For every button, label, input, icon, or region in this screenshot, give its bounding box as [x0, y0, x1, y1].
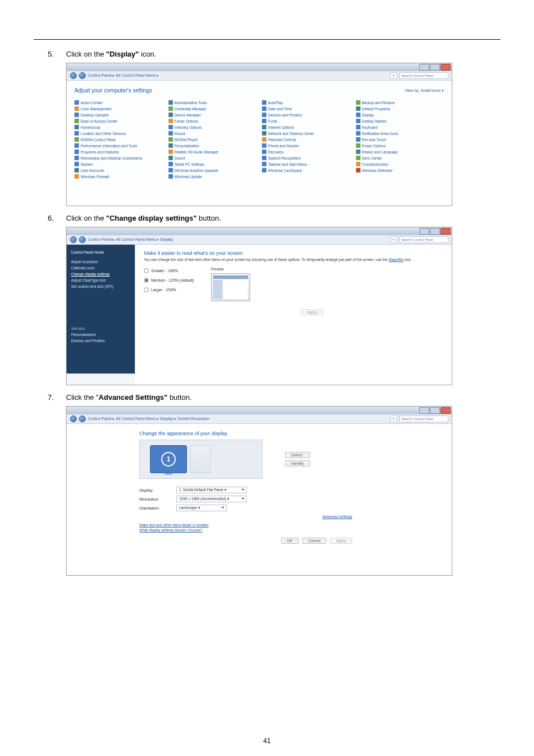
cp-item[interactable]: Windows Firewall	[74, 174, 163, 179]
cp-item[interactable]: NVIDIA PhysX	[168, 137, 257, 142]
cp-item[interactable]: Windows Update	[168, 174, 257, 179]
cp-item[interactable]: Keyboard	[356, 125, 444, 129]
cp-item[interactable]: HomeGroup	[74, 125, 163, 129]
cp-item[interactable]: Sound	[168, 156, 257, 160]
magnifier-link[interactable]: Magnifier	[388, 258, 404, 262]
nav-fwd-icon[interactable]	[79, 416, 86, 422]
minimize-icon[interactable]	[419, 228, 429, 235]
nav-fwd-icon[interactable]	[79, 236, 86, 243]
cp-item[interactable]: Getting Started	[356, 119, 444, 123]
cp-item[interactable]: Power Options	[356, 143, 444, 148]
sidebar-item-calibrate-color[interactable]: Calibrate color	[71, 265, 130, 271]
nav-back-icon[interactable]	[70, 236, 77, 243]
radio-medium[interactable]: Medium - 125% (default)	[144, 278, 194, 283]
resolution-select[interactable]: 1920 × 1080 (recommended) ▾	[176, 496, 247, 502]
monitor-1[interactable]: 1	[150, 445, 187, 473]
cp-item[interactable]: Backup and Restore	[356, 100, 444, 105]
sidebar-item-custom-text-size[interactable]: Set custom text size (DPI)	[71, 283, 130, 290]
cp-item[interactable]: Ease of Access Center	[74, 119, 163, 123]
cp-item[interactable]: Network and Sharing Center	[262, 131, 350, 136]
view-by-dropdown[interactable]: View by: Small icons ▾	[405, 88, 444, 93]
nav-back-icon[interactable]	[70, 72, 77, 79]
cp-item[interactable]: Phone and Modem	[262, 143, 350, 148]
cp-item[interactable]: Pen and Touch	[356, 137, 444, 142]
maximize-icon[interactable]	[430, 228, 440, 235]
minimize-icon[interactable]	[419, 407, 429, 414]
cancel-button[interactable]: Cancel	[302, 538, 327, 544]
sidebar-item-adjust-resolution[interactable]: Adjust resolution	[71, 259, 130, 265]
cp-item[interactable]: Display	[356, 113, 444, 117]
cp-item[interactable]: AutoPlay	[262, 100, 350, 105]
minimize-icon[interactable]	[419, 64, 429, 71]
radio-smaller[interactable]: Smaller - 100%	[144, 268, 194, 273]
cp-item[interactable]: Fonts	[262, 119, 350, 123]
cp-item[interactable]: Folder Options	[168, 119, 257, 123]
link-help[interactable]: What display settings should I choose?	[139, 528, 442, 532]
cp-item[interactable]: Indexing Options	[168, 125, 257, 129]
refresh-button[interactable]: ↻	[390, 416, 397, 422]
sidebar-item-devices-printers[interactable]: Devices and Printers	[71, 338, 130, 344]
search-input[interactable]: Search Control Panel	[399, 72, 448, 79]
close-icon[interactable]	[441, 64, 451, 71]
monitor-2[interactable]	[190, 445, 210, 473]
cp-item[interactable]: User Accounts	[74, 168, 163, 172]
cp-item[interactable]: RemoteApp and Desktop Connections	[74, 156, 163, 160]
cp-item[interactable]: Personalization	[168, 143, 257, 148]
refresh-button[interactable]: ↻	[390, 236, 397, 243]
close-icon[interactable]	[441, 407, 451, 414]
sidebar-home[interactable]: Control Panel Home	[71, 249, 130, 255]
cp-item[interactable]: Internet Options	[262, 125, 350, 129]
cp-item[interactable]: Notification Area Icons	[356, 131, 444, 136]
search-input[interactable]: Search Control Panel	[399, 416, 448, 422]
breadcrumb[interactable]: Control Panel ▸ All Control Panel Items …	[88, 237, 388, 242]
nav-back-icon[interactable]	[70, 416, 77, 422]
search-input[interactable]: Search Control Panel	[399, 236, 448, 243]
maximize-icon[interactable]	[430, 407, 440, 414]
cp-item[interactable]: Date and Time	[262, 106, 350, 111]
cp-item[interactable]: Recovery	[262, 150, 350, 154]
orientation-select[interactable]: Landscape ▾	[176, 505, 227, 511]
cp-item[interactable]: Desktop Gadgets	[74, 113, 163, 117]
cp-item[interactable]: Windows Defender	[356, 168, 444, 172]
cp-item[interactable]: Location and Other Sensors	[74, 131, 163, 136]
cp-item[interactable]: NVIDIA Control Panel	[74, 137, 163, 142]
cp-item[interactable]: Troubleshooting	[356, 162, 444, 166]
cp-item[interactable]: Region and Language	[356, 150, 444, 154]
advanced-settings-link[interactable]: Advanced settings	[139, 515, 352, 519]
apply-button[interactable]: Apply	[330, 538, 352, 544]
cp-item[interactable]: Programs and Features	[74, 150, 163, 154]
link-text-size[interactable]: Make text and other items larger or smal…	[139, 523, 442, 527]
maximize-icon[interactable]	[430, 64, 440, 71]
cp-item[interactable]: Tablet PC Settings	[168, 162, 257, 166]
ok-button[interactable]: OK	[281, 538, 299, 544]
cp-item[interactable]: Color Management	[74, 106, 163, 111]
cp-item[interactable]: Speech Recognition	[262, 156, 350, 160]
monitor-arrangement[interactable]: 1	[139, 440, 263, 479]
sidebar-item-change-display-settings[interactable]: Change display settings	[71, 271, 130, 277]
radio-larger[interactable]: Larger - 150%	[144, 287, 194, 292]
display-select[interactable]: 1. Nvidia Default Flat Panel ▾	[176, 487, 247, 493]
sidebar-item-personalization[interactable]: Personalization	[71, 332, 130, 338]
cp-item[interactable]: Windows CardSpace	[262, 168, 350, 172]
cp-item[interactable]: Credential Manager	[168, 106, 257, 111]
cp-item[interactable]: Mouse	[168, 131, 257, 136]
cp-item[interactable]: Default Programs	[356, 106, 444, 111]
breadcrumb[interactable]: Control Panel ▸ All Control Panel Items …	[88, 417, 388, 421]
cp-item[interactable]: Sync Center	[356, 156, 444, 160]
cp-item[interactable]: Device Manager	[168, 113, 257, 117]
sidebar-item-cleartype[interactable]: Adjust ClearType text	[71, 277, 130, 283]
cp-item[interactable]: Realtek HD Audio Manager	[168, 150, 257, 154]
cp-item[interactable]: Devices and Printers	[262, 113, 350, 117]
cp-item[interactable]: Action Center	[74, 100, 163, 105]
apply-button[interactable]: Apply	[301, 309, 323, 315]
identify-button[interactable]: Identify	[285, 460, 310, 466]
cp-item[interactable]: Parental Controls	[262, 137, 350, 142]
detect-button[interactable]: Detect	[285, 452, 310, 458]
cp-item[interactable]: Taskbar and Start Menu	[262, 162, 350, 166]
refresh-button[interactable]: ↻	[390, 72, 397, 79]
cp-item[interactable]: Administrative Tools	[168, 100, 257, 105]
cp-item[interactable]: System	[74, 162, 163, 166]
breadcrumb[interactable]: Control Panel ▸ All Control Panel Items …	[88, 73, 388, 78]
nav-fwd-icon[interactable]	[79, 72, 86, 79]
cp-item[interactable]: Windows Anytime Upgrade	[168, 168, 257, 172]
